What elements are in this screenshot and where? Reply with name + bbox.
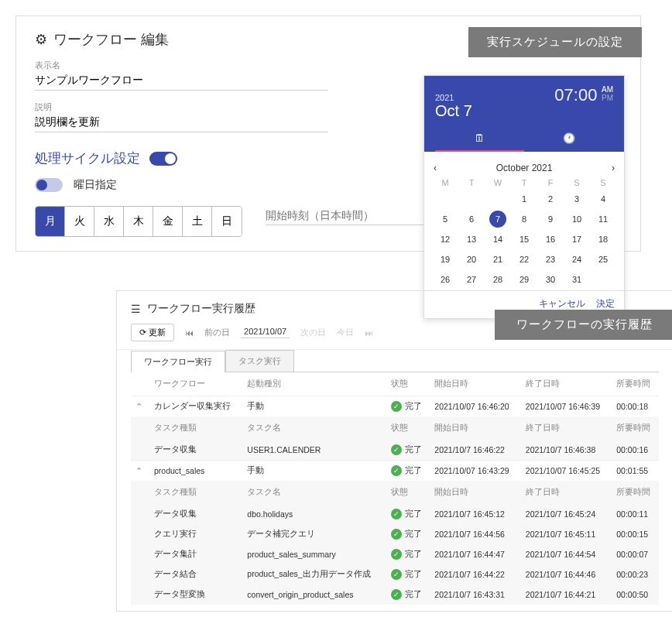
dp-dow-head: M [432, 178, 458, 187]
day-fri[interactable]: 金 [153, 207, 183, 236]
cell-task-start: 2021/10/7 16:46:22 [430, 440, 520, 461]
dp-next-month[interactable]: › [612, 163, 615, 173]
cell-task-kind: データ収集 [149, 440, 242, 461]
history-panel: ワークフローの実行履歴 ☰ ワークフロー実行履歴 ⟳ 更新 ⏮ 前の日 2021… [116, 290, 672, 612]
check-icon: ✓ [391, 549, 402, 560]
check-icon: ✓ [391, 569, 402, 580]
history-date[interactable]: 2021/10/07 [241, 327, 290, 338]
tab-task-exec[interactable]: タスク実行 [225, 350, 294, 372]
cell-task-dur: 00:00:50 [612, 584, 659, 605]
subcol-dur: 所要時間 [612, 481, 659, 504]
dp-year[interactable]: 2021 [435, 93, 472, 102]
dp-pm[interactable]: PM [602, 94, 613, 102]
day-tue[interactable]: 火 [65, 207, 94, 236]
workflow-edit-panel: 実行スケジュールの設定 ⚙ ワークフロー 編集 表示名 説明 処理サイクル設定 … [15, 15, 641, 252]
dp-day[interactable]: 25 [590, 251, 616, 268]
start-time-input[interactable] [266, 206, 428, 225]
dp-day[interactable]: 26 [432, 271, 458, 288]
dp-blank [485, 190, 511, 207]
cell-task-kind: データ型変換 [149, 584, 242, 605]
dp-dow-head: S [564, 178, 590, 187]
subcol-start: 開始日時 [430, 416, 520, 440]
cell-task-kind: データ集計 [149, 544, 242, 564]
subcol-kind: タスク種類 [149, 481, 242, 504]
today-link[interactable]: 今日 [337, 327, 354, 338]
dp-day[interactable]: 15 [511, 231, 537, 248]
dp-day[interactable]: 8 [511, 211, 537, 228]
dp-day[interactable]: 30 [537, 271, 564, 288]
dp-day[interactable]: 13 [458, 231, 485, 248]
dp-day[interactable]: 1 [511, 190, 537, 207]
display-name-input[interactable] [35, 73, 328, 91]
dp-day[interactable]: 12 [432, 231, 458, 248]
dp-day[interactable]: 27 [458, 271, 485, 288]
dp-date[interactable]: Oct 7 [435, 102, 472, 120]
dp-day[interactable]: 20 [458, 251, 485, 268]
subcol-name: タスク名 [242, 416, 386, 440]
dp-day[interactable]: 14 [485, 231, 511, 248]
next-day-last[interactable]: ⏭ [365, 328, 373, 338]
dp-day[interactable]: 9 [537, 211, 564, 228]
day-sat[interactable]: 土 [183, 207, 212, 236]
dp-day[interactable]: 31 [564, 271, 590, 288]
dp-day[interactable]: 29 [511, 271, 537, 288]
dp-time[interactable]: 07:00 [554, 85, 597, 105]
cell-task-name: USER1.CALENDER [242, 440, 386, 461]
day-sun[interactable]: 日 [212, 207, 242, 236]
cycle-toggle[interactable] [149, 152, 177, 166]
dp-day[interactable]: 18 [590, 231, 616, 248]
cell-task-dur: 00:00:16 [612, 440, 659, 461]
dp-day[interactable]: 17 [564, 231, 590, 248]
dp-day[interactable]: 22 [511, 251, 537, 268]
prev-day-first[interactable]: ⏮ [185, 328, 194, 338]
cycle-title: 処理サイクル設定 [35, 149, 140, 167]
dp-day[interactable]: 23 [537, 251, 564, 268]
check-icon: ✓ [391, 465, 402, 476]
dp-day[interactable]: 2 [537, 190, 564, 207]
refresh-icon: ⟳ [139, 327, 146, 337]
dp-day[interactable]: 24 [564, 251, 590, 268]
dp-day[interactable]: 7 [489, 211, 506, 228]
dp-day[interactable]: 28 [485, 271, 511, 288]
cell-trig: 手動 [242, 396, 386, 417]
dp-day[interactable]: 3 [564, 190, 590, 207]
dp-day[interactable]: 21 [485, 251, 511, 268]
subheader-row: タスク種類タスク名状態開始日時終了日時所要時間 [131, 416, 659, 440]
day-wed[interactable]: 水 [94, 207, 124, 236]
col-trigger: 起動種別 [242, 372, 386, 396]
dp-prev-month[interactable]: ‹ [434, 163, 437, 173]
dp-day[interactable]: 5 [432, 211, 458, 228]
history-title: ワークフロー実行履歴 [147, 302, 255, 316]
tab-workflow-exec[interactable]: ワークフロー実行 [131, 351, 225, 372]
day-thu[interactable]: 木 [124, 207, 153, 236]
col-end: 終了日時 [521, 372, 612, 396]
cell-status: ✓完了 [386, 396, 430, 417]
refresh-label: 更新 [149, 327, 166, 337]
dp-day[interactable]: 11 [590, 211, 616, 228]
dp-ampm[interactable]: AM PM [602, 85, 613, 102]
dp-day[interactable]: 19 [432, 251, 458, 268]
dp-day[interactable]: 10 [564, 211, 590, 228]
dp-day[interactable]: 6 [458, 211, 485, 228]
refresh-button[interactable]: ⟳ 更新 [131, 324, 174, 341]
dow-toggle[interactable] [35, 178, 63, 192]
dp-blank [458, 190, 485, 207]
dp-tab-time[interactable]: 🕐 [524, 126, 613, 152]
cell-end: 2021/10/07 16:45:25 [521, 461, 612, 482]
day-mon[interactable]: 月 [36, 207, 65, 236]
subcol-status: 状態 [386, 416, 430, 440]
expand-caret[interactable]: ⌃ [135, 402, 142, 411]
prev-day[interactable]: 前の日 [204, 327, 230, 338]
panel-title: ワークフロー 編集 [53, 30, 169, 49]
dp-day[interactable]: 16 [537, 231, 564, 248]
cell-task-end: 2021/10/7 16:46:38 [521, 440, 612, 461]
description-input[interactable] [35, 115, 328, 132]
dp-tab-date[interactable]: 🗓 [435, 126, 524, 152]
dp-am[interactable]: AM [602, 85, 613, 94]
expand-caret[interactable]: ⌃ [135, 466, 142, 475]
next-day[interactable]: 次の日 [300, 327, 326, 338]
check-icon: ✓ [391, 401, 402, 412]
dp-day[interactable]: 4 [590, 190, 616, 207]
dp-month-label: October 2021 [496, 163, 553, 173]
cell-task-end: 2021/10/7 16:45:24 [521, 504, 612, 524]
